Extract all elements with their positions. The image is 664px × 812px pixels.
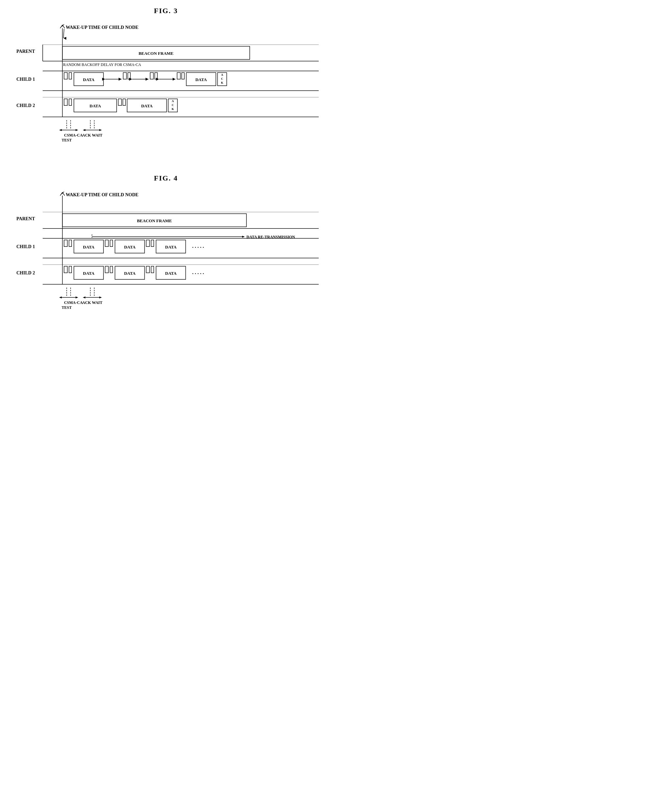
svg-rect-14	[64, 73, 67, 79]
svg-rect-82	[110, 240, 112, 247]
svg-rect-101	[146, 267, 149, 273]
svg-rect-98	[110, 267, 112, 273]
svg-rect-85	[146, 240, 149, 247]
svg-rect-20	[128, 73, 130, 79]
svg-text:CSMA-CA: CSMA-CA	[64, 301, 83, 305]
figure-3: FIG. 3 WAKE-UP TIME OF CHILD NODE PARENT…	[13, 7, 319, 164]
svg-marker-59	[99, 129, 102, 131]
svg-marker-116	[83, 297, 85, 299]
svg-text:WAKE-UP TIME OF CHILD NODE: WAKE-UP TIME OF CHILD NODE	[66, 25, 138, 30]
svg-rect-37	[69, 99, 72, 105]
svg-text:RANDOM BACKOFF DELAY FOR CSMA-: RANDOM BACKOFF DELAY FOR CSMA-CA	[63, 62, 141, 67]
svg-rect-97	[105, 267, 108, 273]
svg-text:C: C	[172, 103, 174, 107]
svg-text:CHILD 2: CHILD 2	[16, 271, 35, 276]
svg-text:DATA: DATA	[90, 103, 101, 108]
svg-text:BEACON FRAME: BEACON FRAME	[138, 51, 174, 56]
svg-marker-109	[59, 297, 62, 299]
svg-text:DATA: DATA	[83, 245, 95, 250]
svg-marker-52	[75, 129, 78, 131]
svg-text:DATA: DATA	[124, 271, 136, 276]
svg-text:ACK WAIT: ACK WAIT	[82, 301, 103, 305]
fig4-title: FIG. 4	[13, 174, 319, 182]
svg-rect-41	[123, 99, 125, 105]
svg-text:A: A	[172, 99, 174, 103]
svg-text:K: K	[172, 107, 174, 111]
svg-text:· · · · ·: · · · · ·	[192, 271, 204, 277]
svg-rect-40	[118, 99, 122, 105]
svg-rect-81	[105, 240, 108, 247]
svg-text:DATA: DATA	[83, 77, 95, 82]
svg-rect-15	[69, 73, 72, 79]
svg-text:PARENT: PARENT	[16, 216, 35, 221]
svg-rect-102	[151, 267, 154, 273]
svg-text:· · · · ·: · · · · ·	[192, 245, 204, 251]
svg-text:PARENT: PARENT	[16, 49, 35, 54]
fig4-diagram: WAKE-UP TIME OF CHILD NODE PARENT BEACON…	[13, 189, 319, 330]
svg-text:CHILD 1: CHILD 1	[16, 244, 35, 249]
svg-rect-19	[123, 73, 126, 79]
svg-rect-25	[177, 73, 181, 79]
svg-rect-23	[155, 73, 157, 79]
svg-text:CSMA-CA: CSMA-CA	[64, 133, 83, 138]
svg-text:DATA: DATA	[83, 271, 95, 276]
svg-rect-77	[64, 240, 67, 247]
svg-text:CHILD 2: CHILD 2	[16, 103, 35, 108]
svg-text:C: C	[221, 77, 223, 80]
svg-rect-93	[64, 267, 67, 273]
svg-rect-26	[182, 73, 184, 79]
svg-line-3	[63, 29, 64, 38]
svg-text:CHILD 1: CHILD 1	[16, 77, 35, 82]
svg-marker-51	[59, 129, 62, 131]
fig3-title: FIG. 3	[13, 7, 319, 15]
svg-rect-78	[69, 240, 72, 247]
svg-marker-117	[99, 297, 102, 299]
figure-4: FIG. 4 WAKE-UP TIME OF CHILD NODE PARENT…	[13, 174, 319, 332]
svg-rect-94	[69, 267, 72, 273]
svg-text:DATA RE-TRANSMISSION: DATA RE-TRANSMISSION	[246, 235, 295, 239]
svg-text:TEST: TEST	[62, 306, 72, 310]
svg-rect-36	[64, 99, 67, 105]
svg-marker-72	[242, 236, 245, 238]
svg-rect-22	[150, 73, 153, 79]
svg-marker-58	[83, 129, 85, 131]
svg-rect-86	[151, 240, 154, 247]
svg-text:WAKE-UP TIME OF CHILD NODE: WAKE-UP TIME OF CHILD NODE	[66, 192, 138, 197]
svg-text:DATA: DATA	[165, 245, 177, 250]
svg-marker-110	[75, 297, 78, 299]
svg-text:DATA: DATA	[124, 245, 136, 250]
svg-text:ACK WAIT: ACK WAIT	[82, 133, 103, 138]
svg-text:DATA: DATA	[165, 271, 177, 276]
svg-text:DATA: DATA	[141, 103, 153, 108]
svg-text:BEACON FRAME: BEACON FRAME	[137, 219, 172, 223]
fig3-diagram: WAKE-UP TIME OF CHILD NODE PARENT BEACON…	[13, 22, 319, 163]
svg-text:K: K	[221, 81, 223, 85]
svg-text:TEST: TEST	[62, 138, 72, 142]
svg-text:DATA: DATA	[195, 77, 207, 82]
svg-text:A: A	[221, 73, 223, 76]
